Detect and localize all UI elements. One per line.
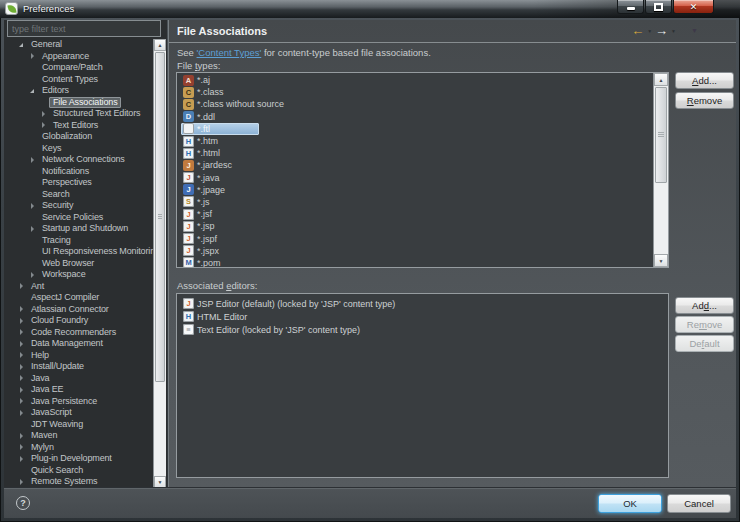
tree-expander-icon[interactable]	[18, 363, 26, 371]
tree-expander-icon[interactable]	[18, 282, 26, 290]
tree-item-tracing[interactable]: Tracing	[4, 235, 153, 247]
scroll-down-button[interactable]: ▼	[654, 254, 668, 267]
tree-expander-icon[interactable]	[29, 87, 37, 95]
tree-item-startup-and-shutdown[interactable]: Startup and Shutdown	[4, 223, 153, 235]
tree-expander-icon[interactable]	[18, 41, 26, 49]
tree-item-javascript[interactable]: JavaScript	[4, 407, 153, 419]
file-type-ddl[interactable]: D*.ddl	[178, 111, 652, 123]
tree-item-perspectives[interactable]: Perspectives	[4, 177, 153, 189]
tree-item-text-editors[interactable]: Text Editors	[4, 120, 153, 132]
close-button[interactable]: ✕	[673, 0, 714, 14]
tree-item-plug-in-development[interactable]: Plug-in Development	[4, 453, 153, 465]
tree-item-service-policies[interactable]: Service Policies	[4, 212, 153, 224]
file-type-jardesc[interactable]: J*.jardesc	[178, 159, 652, 171]
editor-item-jsp-editor-default-locked-by-jsp-content[interactable]: JJSP Editor (default) (locked by 'JSP' c…	[178, 297, 667, 310]
tree-expander-icon[interactable]	[29, 271, 37, 279]
tree-item-compare-patch[interactable]: Compare/Patch	[4, 62, 153, 74]
scrollbar-thumb[interactable]	[655, 87, 667, 183]
minimize-button[interactable]	[617, 0, 644, 14]
file-type-class-without-source[interactable]: C*.class without source	[178, 98, 652, 110]
file-types-add-button[interactable]: Add...	[675, 72, 734, 89]
tree-item-quick-search[interactable]: Quick Search	[4, 465, 153, 477]
scroll-down-button[interactable]: ▼	[154, 476, 166, 488]
content-types-link[interactable]: 'Content Types'	[197, 47, 262, 58]
tree-item-help[interactable]: Help	[4, 350, 153, 362]
filter-input[interactable]	[7, 20, 161, 37]
tree-item-ui-responsiveness-monitoring[interactable]: UI Responsiveness Monitoring	[4, 246, 153, 258]
scrollbar-thumb[interactable]	[155, 52, 165, 382]
associated-editors-default-button[interactable]: Default	[675, 335, 734, 352]
tree-item-jdt-weaving[interactable]: JDT Weaving	[4, 419, 153, 431]
tree-item-remote-systems[interactable]: Remote Systems	[4, 476, 153, 488]
tree-expander-icon[interactable]	[18, 443, 26, 451]
tree-item-java-ee[interactable]: Java EE	[4, 384, 153, 396]
file-type-jsf[interactable]: J*.jsf	[178, 208, 652, 220]
tree-expander-icon[interactable]	[18, 351, 26, 359]
tree-item-notifications[interactable]: Notifications	[4, 166, 153, 178]
file-type-class[interactable]: C*.class	[178, 86, 652, 98]
tree-expander-icon[interactable]	[18, 455, 26, 463]
tree-expander-icon[interactable]	[29, 156, 37, 164]
tree-expander-icon[interactable]	[18, 386, 26, 394]
tree-item-security[interactable]: Security	[4, 200, 153, 212]
editor-item-html-editor[interactable]: HHTML Editor	[178, 310, 667, 323]
tree-item-code-recommenders[interactable]: Code Recommenders	[4, 327, 153, 339]
tree-expander-icon[interactable]	[18, 328, 26, 336]
file-type-jpage[interactable]: J*.jpage	[178, 184, 652, 196]
tree-item-cloud-foundry[interactable]: Cloud Foundry	[4, 315, 153, 327]
tree-item-search[interactable]: Search	[4, 189, 153, 201]
back-arrow-icon[interactable]: ←	[631, 25, 644, 36]
tree-item-general[interactable]: General	[4, 39, 153, 51]
tree-expander-icon[interactable]	[29, 202, 37, 210]
forward-arrow-icon[interactable]: →	[655, 25, 668, 36]
tree-expander-icon[interactable]	[40, 121, 48, 129]
forward-dropdown-icon[interactable]: ▼	[671, 28, 676, 34]
scroll-up-button[interactable]: ▲	[154, 39, 166, 51]
tree-item-aspectj-compiler[interactable]: AspectJ Compiler	[4, 292, 153, 304]
scroll-up-button[interactable]: ▲	[654, 73, 668, 86]
tree-item-atlassian-connector[interactable]: Atlassian Connector	[4, 304, 153, 316]
tree-item-web-browser[interactable]: Web Browser	[4, 258, 153, 270]
tree-expander-icon[interactable]	[18, 305, 26, 313]
associated-editors-add-button[interactable]: Add...	[675, 297, 734, 314]
file-types-remove-button[interactable]: Remove	[675, 92, 734, 109]
tree-item-workspace[interactable]: Workspace	[4, 269, 153, 281]
file-type-jspx[interactable]: J*.jspx	[178, 245, 652, 257]
tree-item-appearance[interactable]: Appearance	[4, 51, 153, 63]
tree-item-ant[interactable]: Ant	[4, 281, 153, 293]
tree-item-file-associations[interactable]: File Associations	[4, 97, 153, 109]
tree-item-data-management[interactable]: Data Management	[4, 338, 153, 350]
back-dropdown-icon[interactable]: ▼	[647, 28, 652, 34]
editor-item-text-editor-locked-by-jsp-content-type[interactable]: ≡Text Editor (locked by 'JSP' content ty…	[178, 323, 667, 336]
file-type-aj[interactable]: A*.aj	[178, 74, 652, 86]
tree-item-java-persistence[interactable]: Java Persistence	[4, 396, 153, 408]
tree-item-install-update[interactable]: Install/Update	[4, 361, 153, 373]
tree-expander-icon[interactable]	[18, 432, 26, 440]
tree-item-structured-text-editors[interactable]: Structured Text Editors	[4, 108, 153, 120]
tree-expander-icon[interactable]	[18, 340, 26, 348]
file-type-jspf[interactable]: J*.jspf	[178, 232, 652, 244]
file-type-html[interactable]: H*.html	[178, 147, 652, 159]
tree-item-maven[interactable]: Maven	[4, 430, 153, 442]
file-type-jsp[interactable]: J*.jsp	[178, 220, 652, 232]
tree-scrollbar[interactable]: ▲ ▼	[153, 39, 166, 488]
associated-editors-remove-button[interactable]: Remove	[675, 316, 734, 333]
tree-expander-icon[interactable]	[18, 409, 26, 417]
file-type-ftl[interactable]: *.ftl	[178, 123, 652, 135]
tree-expander-icon[interactable]	[18, 397, 26, 405]
tree-expander-icon[interactable]	[40, 110, 48, 118]
tree-expander-icon[interactable]	[29, 52, 37, 60]
file-type-pom[interactable]: M*.pom	[178, 257, 652, 268]
tree-item-java[interactable]: Java	[4, 373, 153, 385]
tree-expander-icon[interactable]	[18, 317, 26, 325]
ok-button[interactable]: OK	[598, 494, 662, 513]
tree-item-editors[interactable]: Editors	[4, 85, 153, 97]
maximize-button[interactable]	[645, 0, 672, 14]
tree-expander-icon[interactable]	[29, 225, 37, 233]
view-menu-icon[interactable]: ▼	[691, 27, 698, 34]
file-type-java[interactable]: J*.java	[178, 172, 652, 184]
file-types-scrollbar[interactable]: ▲ ▼	[653, 73, 668, 267]
tree-expander-icon[interactable]	[18, 374, 26, 382]
cancel-button[interactable]: Cancel	[667, 494, 731, 513]
tree-item-globalization[interactable]: Globalization	[4, 131, 153, 143]
